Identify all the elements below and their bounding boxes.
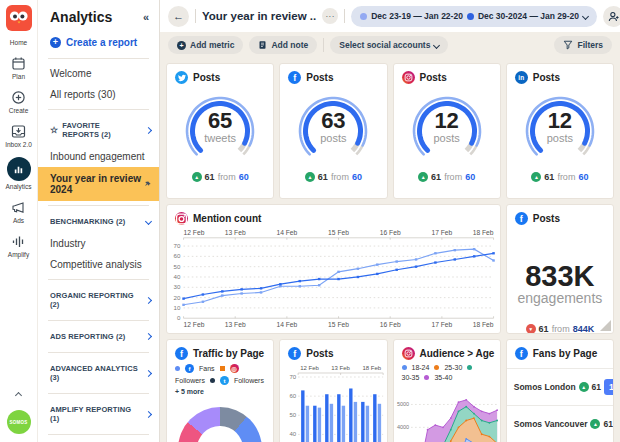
collapse-rail-button[interactable] bbox=[16, 384, 21, 402]
sidebar-item-your-year-in-review[interactable]: Your year in review 2024 bbox=[38, 167, 159, 201]
sidebar-section-benchmarking[interactable]: BENCHMARKING (2) bbox=[38, 210, 159, 233]
legend-more[interactable]: + 5 more bbox=[175, 388, 204, 395]
card-title: Fans by Page bbox=[533, 348, 597, 359]
star-icon: ☆ bbox=[50, 125, 58, 135]
sidebar-item-all-reports[interactable]: All reports (30) bbox=[38, 84, 159, 105]
rail-item-home[interactable]: Home bbox=[0, 39, 37, 46]
svg-text:5000: 5000 bbox=[396, 401, 408, 407]
comparison-value-link[interactable]: 844K bbox=[573, 324, 595, 334]
comparison-value-link[interactable]: 60 bbox=[239, 172, 249, 182]
rail-item-analytics-active[interactable]: Analytics bbox=[0, 157, 37, 190]
share-user-button[interactable] bbox=[603, 6, 620, 27]
posts-gauge-card-instagram[interactable]: Posts 12 posts ▲ 61 from 60 bbox=[393, 63, 501, 199]
svg-text:40: 40 bbox=[174, 274, 182, 280]
mention-count-card[interactable]: Mention count 01020304050607012 Feb12 Fe… bbox=[166, 204, 501, 334]
add-metric-button[interactable]: + Add metric bbox=[168, 36, 243, 54]
rail-item-amplify[interactable]: Amplify bbox=[0, 233, 37, 258]
delta-value: 61 bbox=[603, 419, 612, 429]
engagements-card[interactable]: f Posts 833K engagements ▼ 61 from 844K bbox=[506, 204, 614, 334]
from-label: from bbox=[331, 172, 349, 182]
sidebar-section-ads-reporting[interactable]: ADS REPORTING (2) bbox=[38, 325, 159, 348]
pin-icon bbox=[144, 180, 151, 189]
megaphone-icon bbox=[11, 199, 27, 215]
legend-label: 35-40 bbox=[434, 374, 452, 381]
svg-text:12 Feb: 12 Feb bbox=[184, 321, 205, 328]
traffic-donut-chart bbox=[178, 407, 262, 442]
age-legend: 18-24 25-30 30-35 35-40 bbox=[394, 363, 500, 381]
facebook-icon: f bbox=[288, 347, 301, 360]
traffic-by-page-card[interactable]: f Traffic by Page f Fans ◎ Followers t F… bbox=[166, 339, 274, 442]
svg-text:13 Feb: 13 Feb bbox=[225, 229, 246, 236]
svg-text:50: 50 bbox=[290, 412, 297, 418]
sidebar-item-inbound-engagement[interactable]: Inbound engagement bbox=[38, 146, 159, 167]
rail-item-inbox[interactable]: Inbox 2.0 bbox=[0, 123, 37, 148]
legend-swatch bbox=[175, 366, 180, 371]
section-header: BENCHMARKING (2) bbox=[50, 217, 125, 226]
arrow-left-icon: ← bbox=[173, 10, 184, 22]
sidebar-section-favorite-reports[interactable]: ☆ FAVORITE REPORTS (2) bbox=[38, 114, 159, 146]
svg-text:18 Feb: 18 Feb bbox=[473, 321, 494, 328]
filters-button[interactable]: Filters bbox=[554, 36, 612, 54]
sidebar-section-advanced-analytics[interactable]: ADVANCED ANALYTICS (3) bbox=[38, 357, 159, 389]
page-title: Your year in review .. bbox=[202, 10, 316, 22]
svg-text:4000: 4000 bbox=[396, 424, 408, 430]
hootsuite-logo-icon[interactable] bbox=[6, 5, 32, 31]
audience-age-card[interactable]: Audience > Age 18-24 25-30 30-35 35-40 2… bbox=[393, 339, 501, 442]
bar-chart-icon bbox=[7, 157, 31, 181]
add-note-button[interactable]: Add note bbox=[249, 36, 317, 54]
analytics-sidebar: Analytics « + Create a report Welcome Al… bbox=[38, 0, 160, 442]
comparison-value-link[interactable]: 60 bbox=[352, 172, 362, 182]
comparison-value-link[interactable]: 60 bbox=[465, 172, 475, 182]
avatar[interactable]: SOMOS bbox=[7, 410, 31, 434]
facebook-icon: f bbox=[175, 347, 188, 360]
more-options-button[interactable]: ··· bbox=[322, 8, 338, 24]
chevron-right-icon bbox=[145, 369, 152, 376]
rail-label: Home bbox=[10, 39, 27, 46]
sidebar-section-organic-reporting[interactable]: ORGANIC REPORTING (2) bbox=[38, 284, 159, 316]
add-metric-label: Add metric bbox=[190, 40, 234, 50]
sidebar-item-competitive-analysis[interactable]: Competitive analysis bbox=[38, 254, 159, 275]
sidebar-item-welcome[interactable]: Welcome bbox=[38, 63, 159, 84]
section-header: ADVANCED ANALYTICS (3) bbox=[50, 364, 138, 382]
svg-text:18 Feb: 18 Feb bbox=[363, 365, 382, 371]
posts-gauge-card-twitter[interactable]: Posts 65 tweets ▲ 61 from 60 bbox=[166, 63, 274, 199]
fans-row[interactable]: Somos Vancouver ▲ 61 62K bbox=[507, 405, 613, 442]
rail-item-ads[interactable]: Ads bbox=[0, 199, 37, 224]
fans-row[interactable]: Somos London ▲ 61 126K bbox=[507, 368, 613, 405]
date-range-a: Dec 23-19 — Jan 22-20 bbox=[371, 11, 463, 21]
legend-label: 25-30 bbox=[444, 364, 462, 371]
svg-text:17 Feb: 17 Feb bbox=[431, 229, 452, 236]
create-report-label: Create a report bbox=[66, 37, 137, 48]
delta-value: 61 bbox=[431, 172, 441, 182]
comparison-value-link[interactable]: 60 bbox=[578, 172, 588, 182]
card-title: Traffic by Page bbox=[193, 348, 264, 359]
svg-text:50: 50 bbox=[174, 264, 182, 270]
fans-by-page-card[interactable]: f Fans by Page Somos London ▲ 61 126K So… bbox=[506, 339, 614, 442]
svg-text:17 Feb: 17 Feb bbox=[431, 321, 452, 328]
linkedin-icon: in bbox=[515, 71, 528, 84]
gauge-unit: posts bbox=[507, 132, 613, 144]
posts-gauge-card-linkedin[interactable]: in Posts 12 posts ▲ 61 from 60 bbox=[506, 63, 614, 199]
back-button[interactable]: ← bbox=[168, 6, 189, 27]
rail-item-plan[interactable]: Plan bbox=[0, 55, 37, 80]
svg-text:15 Feb: 15 Feb bbox=[328, 321, 349, 328]
trend-down-icon: ▼ bbox=[526, 324, 536, 334]
svg-text:18 Feb: 18 Feb bbox=[473, 229, 494, 236]
resize-handle[interactable] bbox=[600, 320, 611, 331]
date-range-picker[interactable]: Dec 23-19 — Jan 22-20 Dec 30-2024 — Jan … bbox=[351, 6, 597, 27]
from-label: from bbox=[444, 172, 462, 182]
collapse-sidebar-icon[interactable]: « bbox=[143, 11, 149, 23]
create-report-button[interactable]: + Create a report bbox=[38, 31, 159, 54]
select-social-accounts-dropdown[interactable]: Select social accounts bbox=[330, 36, 448, 54]
section-header: FAVORITE REPORTS (2) bbox=[62, 121, 138, 139]
sidebar-item-industry[interactable]: Industry bbox=[38, 233, 159, 254]
posts-gauge-card-facebook[interactable]: f Posts 63 posts ▲ 61 from 60 bbox=[279, 63, 387, 199]
section-header: ORGANIC REPORTING (2) bbox=[50, 291, 138, 309]
chevron-right-icon bbox=[145, 333, 152, 340]
svg-text:12 Feb: 12 Feb bbox=[184, 229, 205, 236]
report-canvas: Posts 65 tweets ▲ 61 from 60 bbox=[160, 58, 620, 442]
rail-item-create[interactable]: Create bbox=[0, 89, 37, 114]
posts-bar-chart-card[interactable]: f Posts 20304050607012 Feb13 Feb18 Feb bbox=[279, 339, 387, 442]
sidebar-section-amplify-reporting[interactable]: AMPLIFY REPORTING (1) bbox=[38, 398, 159, 430]
chevron-down-icon bbox=[582, 12, 589, 19]
